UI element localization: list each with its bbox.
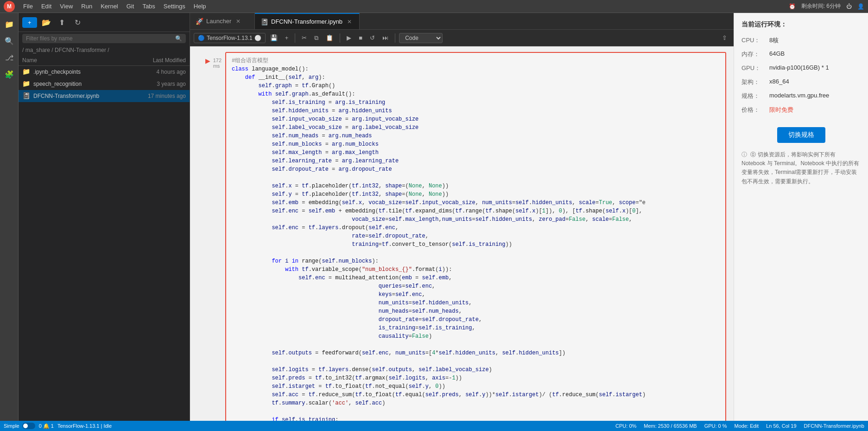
cpu-value: 8核 xyxy=(769,36,779,45)
sidebar-extensions-icon[interactable]: 🧩 xyxy=(2,67,17,82)
file-list: 📁 .ipynb_checkpoints 4 hours ago 📁 speec… xyxy=(19,66,190,421)
menu-run[interactable]: Run xyxy=(77,2,96,11)
folder-icon: 📁 xyxy=(22,80,31,88)
info-gpu: GPU： nvidia-p100(16GB) * 1 xyxy=(741,64,861,72)
switch-spec-button[interactable]: 切换规格 xyxy=(777,127,825,143)
cell-type-select[interactable]: Code Markdown xyxy=(399,33,443,43)
gpu-value: nvidia-p100(16GB) * 1 xyxy=(769,64,829,72)
menu-tabs[interactable]: Tabs xyxy=(139,2,158,11)
mem-value: 64GB xyxy=(769,50,785,58)
tab-launcher[interactable]: 🚀 Launcher ✕ xyxy=(190,13,255,29)
tab-notebook-label: DFCNN-Transformer.ipynb xyxy=(271,18,342,25)
nb-save-btn[interactable]: 💾 xyxy=(267,33,280,43)
nb-add-btn[interactable]: + xyxy=(282,33,291,43)
status-right: CPU: 0% Mem: 2530 / 65536 MB GPU: 0 % Mo… xyxy=(615,423,864,429)
nb-paste-btn[interactable]: 📋 xyxy=(323,33,336,43)
nb-sep1 xyxy=(295,33,295,43)
nb-share-btn[interactable]: ⇧ xyxy=(719,33,730,43)
toggle-knob xyxy=(23,424,28,428)
header-modified: Last Modified xyxy=(126,57,186,64)
nb-run-btn[interactable]: ▶ xyxy=(344,33,354,43)
status-bar: Simple 0 🔔 1 TensorFlow-1.13.1 | Idle CP… xyxy=(0,421,868,431)
nb-sep2 xyxy=(340,33,340,43)
status-notifications: 0 🔔 1 xyxy=(39,423,54,429)
tab-launcher-close[interactable]: ✕ xyxy=(234,17,242,26)
status-mem: Mem: 2530 / 65536 MB xyxy=(644,423,697,429)
menu-kernel[interactable]: Kernel xyxy=(97,2,122,11)
folder-icon-btn[interactable]: 📂 xyxy=(40,16,53,29)
note-text: ⓘ ⓪ 切换资源后，将影响实例下所有 Notebook 与 Terminal。N… xyxy=(741,150,861,186)
notebook-icon: 📓 xyxy=(22,92,31,100)
tab-bar: 🚀 Launcher ✕ 📓 DFCNN-Transformer.ipynb ✕ xyxy=(190,13,734,30)
menu-view[interactable]: View xyxy=(56,2,76,11)
cell-code: #组合语言模型 class language_model(): def __in… xyxy=(226,53,725,421)
upload-icon-btn[interactable]: ⬆ xyxy=(56,16,69,29)
menu-help[interactable]: Help xyxy=(190,2,210,11)
note-icon: ⓘ xyxy=(741,151,747,158)
info-mem: 内存： 64GB xyxy=(741,50,861,58)
mode-label: Simple xyxy=(4,423,19,429)
search-input[interactable] xyxy=(26,35,175,42)
sidebar-git-icon[interactable]: ⎇ xyxy=(2,50,17,65)
kernel-logo: 🔵 xyxy=(198,35,205,41)
nb-stop-btn[interactable]: ■ xyxy=(356,33,365,43)
mode-toggle[interactable] xyxy=(22,423,35,429)
status-line-col: Ln 56, Col 19 xyxy=(766,423,796,429)
gpu-label: GPU： xyxy=(741,64,769,72)
tab-notebook[interactable]: 📓 DFCNN-Transformer.ipynb ✕ xyxy=(255,13,360,29)
main-layout: 📁 🔍 ⎇ 🧩 + 📂 ⬆ ↻ 🔍 / ma_share / DFCNN-Tra… xyxy=(0,13,868,421)
info-price: 价格： 限时免费 xyxy=(741,106,861,114)
kernel-name: TensorFlow-1.13.1 xyxy=(207,35,253,41)
file-explorer: + 📂 ⬆ ↻ 🔍 / ma_share / DFCNN-Transformer… xyxy=(19,13,190,421)
cell-run-button[interactable]: ▶ xyxy=(203,56,213,66)
sidebar-icons: 📁 🔍 ⎇ 🧩 xyxy=(0,13,19,421)
menu-git[interactable]: Git xyxy=(123,2,138,11)
arch-value: x86_64 xyxy=(769,78,789,86)
tab-launcher-label: Launcher xyxy=(206,18,231,25)
cpu-label: CPU： xyxy=(741,36,769,45)
right-panel-title: 当前运行环境： xyxy=(741,20,861,29)
refresh-icon-btn[interactable]: ↻ xyxy=(71,16,84,29)
search-bar: 🔍 xyxy=(22,34,186,43)
plus-icon: + xyxy=(28,19,32,26)
editor-area: 🚀 Launcher ✕ 📓 DFCNN-Transformer.ipynb ✕… xyxy=(190,13,734,421)
file-modified: 3 years ago xyxy=(126,81,186,87)
sidebar-files-icon[interactable]: 📁 xyxy=(2,17,17,32)
timer-icon: ⏰ xyxy=(789,3,796,10)
nb-restart-btn[interactable]: ↺ xyxy=(367,33,378,43)
menu-file[interactable]: File xyxy=(19,2,37,11)
arch-label: 架构： xyxy=(741,78,769,86)
mem-label: 内存： xyxy=(741,50,769,58)
header-name: Name xyxy=(22,57,126,64)
new-button[interactable]: + xyxy=(22,17,37,28)
folder-icon: 📁 xyxy=(22,68,31,76)
file-item-checkpoints[interactable]: 📁 .ipynb_checkpoints 4 hours ago xyxy=(19,66,190,78)
file-list-header: Name Last Modified xyxy=(19,55,190,66)
file-name: DFCNN-Transformer.ipynb xyxy=(33,93,126,99)
info-cpu: CPU： 8核 xyxy=(741,36,861,45)
menu-edit[interactable]: Edit xyxy=(38,2,55,11)
sidebar-search-icon[interactable]: 🔍 xyxy=(2,33,17,48)
note-content: ⓪ 切换资源后，将影响实例下所有 Notebook 与 Terminal。Not… xyxy=(741,151,859,185)
nb-cut-btn[interactable]: ✂ xyxy=(299,33,310,43)
status-edit-mode: Mode: Edit xyxy=(735,423,759,429)
status-gpu: GPU: 0 % xyxy=(704,423,727,429)
search-icon: 🔍 xyxy=(175,35,182,42)
cell-gutter: ▶ 172 ms xyxy=(197,52,225,421)
file-modified: 17 minutes ago xyxy=(126,93,186,99)
price-label: 价格： xyxy=(741,106,769,114)
kernel-circle: ⚪ xyxy=(254,35,261,41)
cell-content[interactable]: #组合语言模型 class language_model(): def __in… xyxy=(225,52,726,421)
nb-copy-btn[interactable]: ⧉ xyxy=(311,33,321,43)
breadcrumb: / ma_share / DFCNN-Transformer / xyxy=(19,45,190,55)
code-cell: ▶ 172 ms #组合语言模型 class language_model():… xyxy=(197,52,726,421)
tab-notebook-close[interactable]: ✕ xyxy=(345,18,354,26)
nb-restart-run-btn[interactable]: ⏭ xyxy=(380,33,391,43)
cell-container[interactable]: ▶ 172 ms #组合语言模型 class language_model():… xyxy=(190,46,734,421)
launcher-tab-icon: 🚀 xyxy=(196,18,203,25)
menu-settings[interactable]: Settings xyxy=(160,2,189,11)
file-toolbar: + 📂 ⬆ ↻ xyxy=(19,13,190,32)
status-mode: Simple xyxy=(4,423,35,429)
file-item-notebook[interactable]: 📓 DFCNN-Transformer.ipynb 17 minutes ago xyxy=(19,90,190,102)
file-item-speech[interactable]: 📁 speech_recognition 3 years ago xyxy=(19,78,190,90)
